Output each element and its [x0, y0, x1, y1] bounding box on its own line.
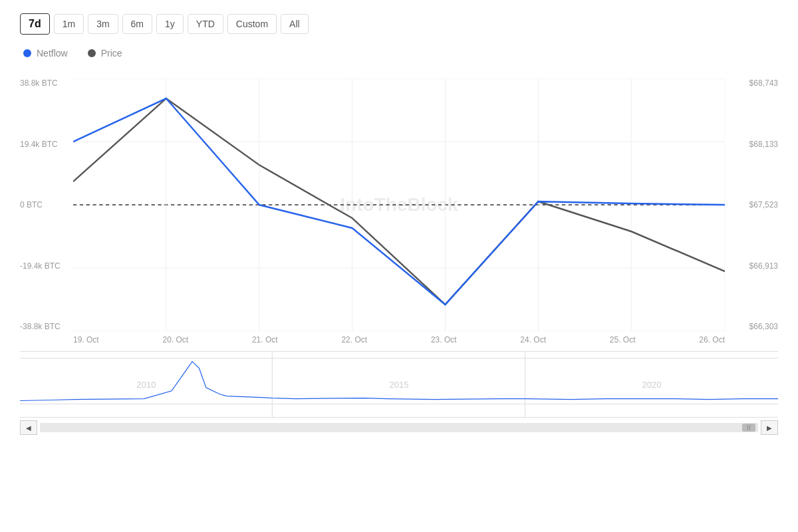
scroll-thumb[interactable]	[742, 424, 755, 432]
scroll-thumb-lines	[747, 425, 750, 430]
time-btn-6m[interactable]: 6m	[122, 14, 152, 34]
y-right-1: $68,133	[725, 140, 778, 149]
x-label-6: 25. Oct	[610, 335, 636, 344]
y-right-0: $68,743	[725, 78, 778, 88]
legend-netflow: Netflow	[23, 48, 68, 59]
scrollbar: ◀ ▶	[20, 420, 778, 435]
x-label-3: 22. Oct	[341, 335, 367, 344]
x-label-1: 20. Oct	[162, 335, 188, 344]
y-left-0: 38.8k BTC	[20, 78, 73, 88]
x-axis: 19. Oct 20. Oct 21. Oct 22. Oct 23. Oct …	[20, 331, 778, 344]
y-left-2: 0 BTC	[20, 200, 73, 209]
scroll-right-btn[interactable]: ▶	[761, 420, 778, 435]
scroll-left-btn[interactable]: ◀	[20, 420, 37, 435]
y-left-3: -19.4k BTC	[20, 261, 73, 271]
price-dot	[88, 49, 96, 57]
scroll-line-2	[749, 425, 750, 430]
time-btn-1y[interactable]: 1y	[156, 14, 184, 34]
scroll-track[interactable]	[40, 423, 758, 432]
y-right-2: $67,523	[725, 200, 778, 209]
time-range-selector: 7d 1m 3m 6m 1y YTD Custom All	[20, 13, 778, 35]
time-btn-1m[interactable]: 1m	[54, 14, 84, 34]
time-btn-ytd[interactable]: YTD	[188, 14, 223, 34]
y-axis-left: 38.8k BTC 19.4k BTC 0 BTC -19.4k BTC -38…	[20, 78, 73, 331]
mini-chart[interactable]: 2010 2015 2020	[20, 351, 778, 418]
x-label-2: 21. Oct	[252, 335, 278, 344]
main-chart-wrapper: 38.8k BTC 19.4k BTC 0 BTC -19.4k BTC -38…	[20, 78, 778, 435]
x-label-5: 24. Oct	[520, 335, 546, 344]
y-left-1: 19.4k BTC	[20, 140, 73, 149]
y-left-4: -38.8k BTC	[20, 322, 73, 331]
chart-legend: Netflow Price	[20, 48, 778, 59]
time-btn-all[interactable]: All	[281, 14, 309, 34]
mini-chart-svg	[20, 352, 778, 417]
time-btn-3m[interactable]: 3m	[88, 14, 118, 34]
main-chart[interactable]: 38.8k BTC 19.4k BTC 0 BTC -19.4k BTC -38…	[20, 78, 778, 331]
y-right-4: $66,303	[725, 322, 778, 331]
y-axis-right: $68,743 $68,133 $67,523 $66,913 $66,303	[725, 78, 778, 331]
scroll-line-1	[747, 425, 748, 430]
legend-price: Price	[88, 48, 122, 59]
time-btn-7d[interactable]: 7d	[20, 13, 50, 35]
price-label: Price	[101, 48, 122, 59]
x-label-0: 19. Oct	[73, 335, 99, 344]
x-label-4: 23. Oct	[431, 335, 457, 344]
time-btn-custom[interactable]: Custom	[227, 14, 277, 34]
netflow-label: Netflow	[37, 48, 68, 59]
x-label-7: 26. Oct	[699, 335, 725, 344]
chart-svg	[73, 78, 725, 331]
netflow-dot	[23, 49, 31, 57]
y-right-3: $66,913	[725, 261, 778, 271]
